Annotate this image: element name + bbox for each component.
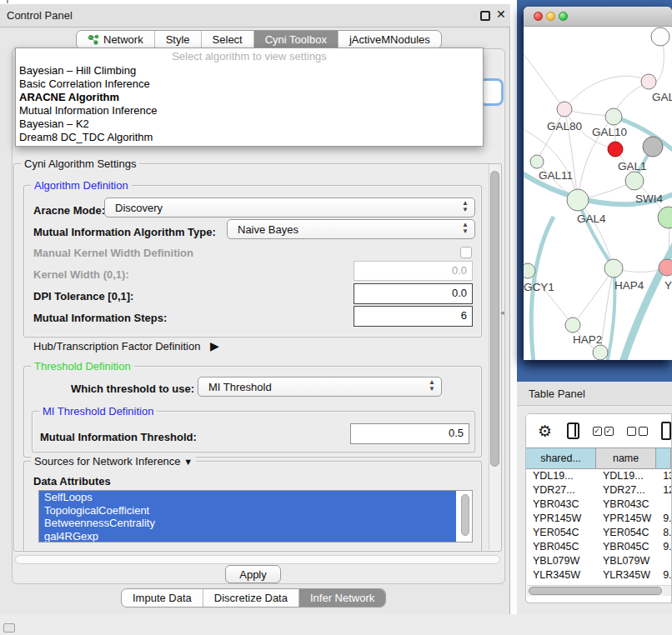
split-columns-icon[interactable] [567, 422, 579, 439]
tab-style[interactable]: Style [154, 31, 201, 48]
combo-stepper-icon: ▲▼ [462, 200, 469, 213]
table-row[interactable]: YDL19... YDL19... 13 [526, 469, 671, 483]
window-zoom-button[interactable] [559, 12, 568, 21]
dpi-tolerance-label: DPI Tolerance [0,1]: [33, 290, 133, 302]
settings-vscrollbar[interactable] [489, 164, 499, 550]
gear-icon[interactable]: ⚙ [538, 422, 552, 441]
network-tab-icon [88, 34, 99, 46]
select-all-checkboxes-icon[interactable]: ✓ ✓ [593, 427, 614, 436]
attribute-item-selected[interactable]: SelfLoops [39, 491, 456, 504]
collapsed-panel-icon[interactable] [3, 623, 15, 632]
table-row[interactable]: YLR345W YLR345W 9. [526, 568, 671, 582]
float-panel-icon[interactable] [480, 11, 490, 21]
label-gal4: GAL4 [577, 212, 606, 225]
network-window-titlebar[interactable] [524, 7, 672, 27]
algorithm-option[interactable]: Bayesian – Hill Climbing [16, 64, 483, 78]
node-hap4[interactable] [604, 259, 623, 278]
checked-box-icon: ✓ [593, 427, 602, 436]
manual-kernel-checkbox[interactable] [460, 247, 472, 258]
unchecked-box-icon [639, 427, 648, 436]
algorithm-option[interactable]: Basic Correlation Inference [16, 78, 483, 91]
mi-algorithm-type-label: Mutual Information Algorithm Type: [33, 226, 216, 238]
attribute-item-selected[interactable]: gal4RGexp [39, 530, 456, 543]
attribute-item-selected[interactable]: BetweennessCentrality [39, 517, 456, 530]
table-row[interactable]: YBR045C YBR045C 9. [526, 540, 671, 554]
close-panel-icon[interactable]: ✕ [496, 8, 506, 21]
table-row[interactable]: YBR043C YBR043C [526, 498, 671, 512]
mi-algorithm-type-combo[interactable]: Naive Bayes ▲▼ [227, 219, 475, 239]
list-vscrollbar-thumb[interactable] [461, 494, 469, 536]
table-row[interactable]: YPR145W YPR145W 9. [526, 512, 671, 526]
node-gal80[interactable] [557, 102, 572, 117]
column-header-shared-name[interactable]: shared... [526, 448, 596, 468]
node-unlabeled-top[interactable] [651, 28, 669, 46]
apply-button[interactable]: Apply [225, 565, 281, 583]
window-minimize-button[interactable] [546, 12, 555, 21]
table-body: YDL19... YDL19... 13 YDR27... YDR27... 1… [526, 469, 671, 597]
node-gal1[interactable] [625, 172, 644, 190]
node-hap2[interactable] [565, 318, 580, 332]
panel-splitter-handle[interactable]: ◂ [500, 308, 504, 317]
algorithm-option-selected[interactable]: ARACNE Algorithm [16, 91, 483, 104]
deselect-all-checkboxes-icon[interactable] [627, 427, 648, 436]
table-hscrollbar[interactable] [527, 585, 672, 596]
node-gray[interactable] [643, 137, 663, 157]
column-header-name[interactable]: name [596, 448, 656, 468]
bottom-strip [0, 614, 672, 635]
algorithm-definition-legend: Algorithm Definition [31, 179, 132, 192]
aracne-mode-combo[interactable]: Discovery ▲▼ [104, 198, 475, 218]
node-gcy1[interactable] [524, 263, 535, 278]
unchecked-box-icon [627, 427, 636, 436]
node-green-right[interactable] [658, 207, 672, 228]
tab-select[interactable]: Select [201, 31, 253, 48]
manual-kernel-label: Manual Kernel Width Definition [33, 247, 193, 259]
node-pink-right[interactable] [659, 259, 672, 276]
node-gal11[interactable] [530, 155, 544, 168]
hub-tf-definition-toggle[interactable]: Hub/Transcription Factor Definition ▶ [33, 339, 219, 352]
label-swi4: SWI4 [635, 192, 663, 205]
settings-hscrollbar[interactable] [15, 555, 500, 564]
algorithm-option[interactable]: Dream8 DC_TDC Algorithm [16, 131, 483, 144]
algorithm-option[interactable]: Mutual Information Inference [16, 104, 483, 118]
collapsed-arrow-icon: ▶ [210, 339, 219, 352]
label-gal10: GAL10 [592, 126, 627, 138]
attribute-item-selected[interactable]: TopologicalCoefficient [39, 504, 456, 518]
combo-stepper-icon: ▲▼ [429, 379, 435, 392]
mi-threshold-legend: MI Threshold Definition [39, 405, 157, 418]
network-node-labels: GAL80 GAL10 GAL GAL1 GAL11 SWI4 GAL4 GCY… [524, 91, 672, 346]
node-selected-red[interactable] [608, 142, 623, 157]
settings-vscrollbar-thumb[interactable] [490, 171, 499, 467]
dpi-tolerance-input[interactable]: 0.0 [354, 283, 473, 304]
tab-cyni-toolbox[interactable]: Cyni Toolbox [253, 31, 338, 48]
tab-impute-data[interactable]: Impute Data [122, 589, 203, 607]
node-bottom[interactable] [593, 345, 608, 360]
tab-infer-network[interactable]: Infer Network [298, 589, 385, 607]
table-row[interactable]: YBL079W YBL079W [526, 554, 671, 568]
table-hscrollbar-thumb[interactable] [529, 587, 662, 595]
tab-network[interactable]: Network [77, 31, 154, 48]
cyni-bottom-tabbar: Impute Data Discretize Data Infer Networ… [121, 588, 386, 608]
window-close-button[interactable] [534, 12, 543, 21]
node-gal-cut[interactable] [641, 74, 656, 89]
which-threshold-combo[interactable]: MI Threshold ▲▼ [198, 377, 442, 397]
node-gal10[interactable] [605, 108, 622, 125]
tab-jactivemnodules[interactable]: jActiveMNodules [338, 31, 441, 48]
table-row[interactable]: YER054C YER054C 8. [526, 526, 671, 540]
node-gal4[interactable] [567, 189, 589, 211]
algorithm-option[interactable]: Bayesian – K2 [16, 118, 483, 131]
combo-stepper-icon: ▲▼ [462, 222, 469, 235]
document-icon[interactable] [661, 422, 671, 440]
mi-steps-label: Mutual Information Steps: [33, 312, 167, 324]
table-row[interactable]: YDR27... YDR27... 12 [526, 483, 671, 498]
label-gal11: GAL11 [539, 169, 573, 182]
algorithm-dropdown-placeholder: Select algorithm to view settings [16, 48, 483, 64]
sources-legend[interactable]: Sources for Network Inference ▼ [31, 455, 196, 468]
mi-threshold-input[interactable]: 0.5 [350, 423, 469, 444]
data-attributes-list: SelfLoops TopologicalCoefficient Between… [38, 490, 473, 542]
tab-discretize-data[interactable]: Discretize Data [203, 589, 298, 607]
network-canvas[interactable]: GAL80 GAL10 GAL GAL1 GAL11 SWI4 GAL4 GCY… [524, 27, 672, 360]
mi-steps-input[interactable]: 6 [354, 306, 473, 327]
kernel-width-input[interactable]: 0.0 [354, 261, 473, 281]
label-hap4: HAP4 [614, 279, 644, 292]
column-header-cut[interactable] [656, 448, 671, 468]
